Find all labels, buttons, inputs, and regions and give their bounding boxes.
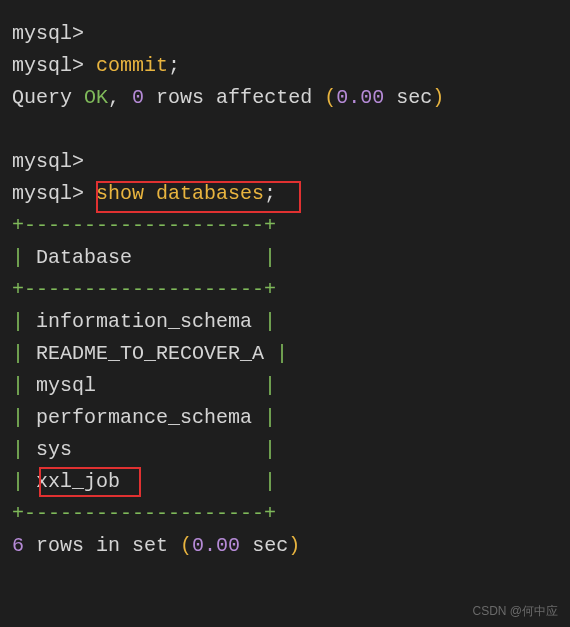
commit-cmd: commit — [96, 54, 168, 77]
terminal-line: mysql> commit; — [12, 50, 558, 82]
terminal-line: mysql> — [12, 146, 558, 178]
footer-line: 6 rows in set (0.00 sec) — [12, 530, 558, 562]
table-border-top: +--------------------+ — [12, 210, 558, 242]
terminal-line: mysql> show databases; — [12, 178, 558, 210]
table-row: | xxl_job | — [12, 466, 558, 498]
blank-line — [12, 114, 558, 146]
show-keyword: show — [96, 182, 144, 205]
mysql-prompt: mysql> — [12, 22, 84, 45]
terminal-line: mysql> — [12, 18, 558, 50]
table-row: | information_schema | — [12, 306, 558, 338]
table-row: | sys | — [12, 434, 558, 466]
databases-keyword: databases — [156, 182, 264, 205]
table-row: | mysql | — [12, 370, 558, 402]
mysql-prompt: mysql> — [12, 150, 84, 173]
table-border-mid: +--------------------+ — [12, 274, 558, 306]
mysql-prompt: mysql> — [12, 54, 84, 77]
table-row: | README_TO_RECOVER_A | — [12, 338, 558, 370]
query-result-line: Query OK, 0 rows affected (0.00 sec) — [12, 82, 558, 114]
table-border-bot: +--------------------+ — [12, 498, 558, 530]
mysql-prompt: mysql> — [12, 182, 84, 205]
table-header: | Database | — [12, 242, 558, 274]
watermark: CSDN @何中应 — [472, 602, 558, 621]
table-row: | performance_schema | — [12, 402, 558, 434]
ok-status: OK — [84, 86, 108, 109]
